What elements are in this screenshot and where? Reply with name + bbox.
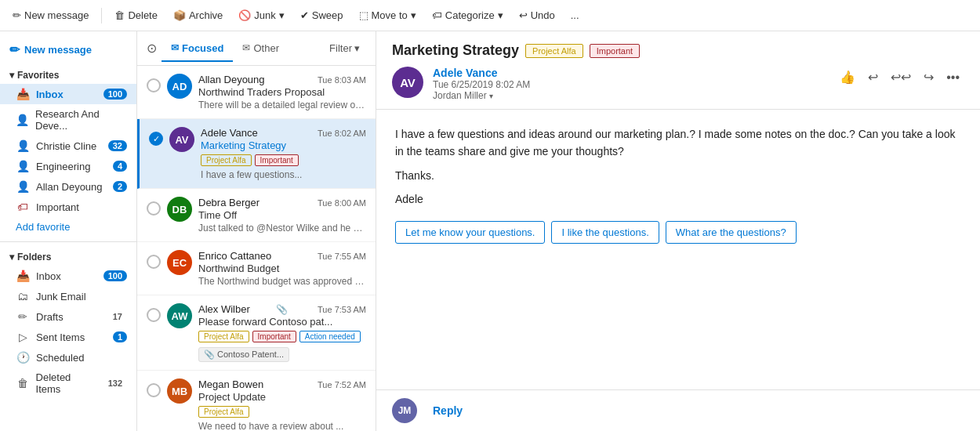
sidebar-item-inbox-folder[interactable]: 📥 Inbox 100 [0, 266, 136, 286]
reading-title-row: Marketing Strategy Project Alfa Importan… [392, 42, 964, 59]
attachment-button[interactable]: 📎 Contoso Patent... [198, 347, 289, 362]
email-tag: Project Alfa [198, 406, 249, 418]
sidebar-item-allan[interactable]: 👤 Allan Deyoung 2 [0, 176, 136, 197]
email-sender: Allan Deyoung [198, 74, 265, 85]
new-message-sidebar-button[interactable]: ✏ New message [0, 38, 136, 62]
reply-bar-button[interactable]: Reply [426, 401, 469, 420]
sidebar: ✏ New message ▾ Favorites 📥 Inbox 100 👤 … [0, 31, 137, 431]
sidebar-item-deleted[interactable]: 🗑 Deleted Items 132 [0, 368, 136, 399]
person-icon: 👤 [16, 139, 30, 152]
email-avatar: EC [167, 250, 192, 275]
email-time: Tue 8:00 AM [318, 198, 366, 208]
tab-focused[interactable]: ✉ Focused [162, 36, 233, 62]
reading-meta-row: AV Adele Vance Tue 6/25/2019 8:02 AM Jor… [392, 67, 964, 101]
email-checkbox[interactable] [147, 78, 161, 92]
sidebar-item-engineering[interactable]: 👤 Engineering 4 [0, 156, 136, 176]
email-time: Tue 7:55 AM [318, 252, 366, 261]
email-avatar: AD [167, 74, 192, 99]
sidebar-item-research[interactable]: 👤 Research And Deve... [0, 104, 136, 136]
sidebar-item-christie[interactable]: 👤 Christie Cline 32 [0, 136, 136, 156]
attachment-icon: 📎 [276, 304, 288, 315]
add-favorite-link[interactable]: Add favorite [0, 217, 136, 237]
email-item[interactable]: EC Enrico Cattaneo Tue 7:55 AM Northwind… [137, 242, 376, 295]
thumbs-up-button[interactable]: 👍 [835, 67, 860, 88]
reply-all-button[interactable]: ↩↩ [886, 67, 916, 88]
people-icon: 👤 [16, 114, 29, 126]
email-time: Tue 8:03 AM [318, 75, 366, 85]
email-avatar: DB [167, 197, 192, 222]
email-subject: Time Off [198, 209, 366, 221]
sidebar-item-scheduled[interactable]: 🕐 Scheduled [0, 347, 136, 368]
junk-button[interactable]: 🚫 Junk ▾ [232, 6, 290, 24]
new-message-button[interactable]: ✏ New message [6, 6, 95, 24]
forward-button[interactable]: ↪ [919, 67, 938, 88]
folders-chevron-icon: ▾ [9, 252, 14, 263]
email-item[interactable]: DB Debra Berger Tue 8:00 AM Time Off Jus… [137, 189, 376, 242]
email-header-row: Alex Wilber 📎 Tue 7:53 AM [198, 303, 366, 315]
email-header-row: Enrico Cattaneo Tue 7:55 AM [198, 250, 366, 262]
email-preview: Just talked to @Nestor Wilke and he will… [198, 223, 366, 234]
email-checkbox[interactable] [147, 255, 161, 269]
sidebar-item-important[interactable]: 🏷 Important [0, 197, 136, 217]
more-email-actions-button[interactable]: ••• [942, 67, 964, 88]
reply-button[interactable]: ↩ [863, 67, 883, 88]
email-avatar: MB [167, 378, 192, 404]
email-checkbox[interactable] [147, 308, 161, 322]
email-checkbox[interactable]: ✓ [149, 132, 163, 146]
delete-button[interactable]: 🗑 Delete [108, 6, 164, 24]
email-item[interactable]: MB Megan Bowen Tue 7:52 AM Project Updat… [137, 371, 376, 431]
junk-chevron-icon: ▾ [279, 9, 285, 21]
focused-tab-icon: ✉ [171, 42, 179, 53]
email-subject: Please forward Contoso pat... [198, 316, 366, 328]
email-subject: Marketing Strategy [201, 139, 366, 151]
tab-other[interactable]: ✉ Other [233, 36, 289, 62]
undo-icon: ↩ [519, 9, 528, 21]
reading-subject: Marketing Strategy [392, 42, 519, 59]
email-checkbox[interactable] [147, 201, 161, 216]
reading-sender-name[interactable]: Adele Vance [433, 67, 826, 79]
move-to-button[interactable]: ⬚ Move to ▾ [353, 6, 423, 24]
favorites-section-header[interactable]: ▾ Favorites [0, 65, 136, 84]
email-item-top: AD Allan Deyoung Tue 8:03 AM Northwind T… [147, 74, 366, 110]
email-item-top: ✓ AV Adele Vance Tue 8:02 AM Marketing S… [149, 127, 366, 180]
quick-reply-button[interactable]: Let me know your questions. [395, 221, 545, 244]
folders-section-header[interactable]: ▾ Folders [0, 247, 136, 266]
sidebar-item-inbox[interactable]: 📥 Inbox 100 [0, 84, 136, 104]
email-content: Megan Bowen Tue 7:52 AM Project Update P… [198, 378, 366, 431]
reading-tag-important: Important [590, 44, 640, 58]
filter-button[interactable]: Filter ▾ [323, 39, 366, 57]
email-header-row: Adele Vance Tue 8:02 AM [201, 127, 366, 139]
sidebar-item-drafts[interactable]: ✏ Drafts 17 [0, 306, 136, 327]
categorize-button[interactable]: 🏷 Categorize ▾ [426, 6, 510, 24]
move-icon: ⬚ [359, 9, 368, 21]
quick-reply-button[interactable]: What are the questions? [666, 221, 797, 244]
email-subject: Northwind Budget [198, 263, 366, 274]
undo-button[interactable]: ↩ Undo [513, 6, 561, 24]
sidebar-item-junk[interactable]: 🗂 Junk Email [0, 286, 136, 306]
email-tag: Important [252, 331, 296, 342]
body-line1: I have a few questions and ideas around … [395, 125, 961, 161]
sidebar-item-sent[interactable]: ▷ Sent Items 1 [0, 327, 136, 347]
junk-icon: 🚫 [238, 9, 251, 21]
email-item[interactable]: ✓ AV Adele Vance Tue 8:02 AM Marketing S… [137, 119, 376, 189]
email-tag: Action needed [299, 331, 361, 342]
email-header-row: Megan Bowen Tue 7:52 AM [198, 378, 366, 390]
reply-bar: JM Reply [376, 389, 980, 431]
important-icon: 🏷 [16, 201, 30, 213]
email-preview: The Northwind budget was approved at tod… [198, 276, 366, 287]
email-item[interactable]: AW Alex Wilber 📎 Tue 7:53 AM Please forw… [137, 295, 376, 371]
deleted-icon: 🗑 [16, 377, 30, 389]
email-time: Tue 7:52 AM [318, 380, 366, 389]
sweep-button[interactable]: ✔ Sweep [294, 6, 350, 24]
archive-button[interactable]: 📦 Archive [167, 6, 229, 24]
email-checkbox[interactable] [147, 383, 161, 397]
email-list: AD Allan Deyoung Tue 8:03 AM Northwind T… [137, 66, 376, 431]
quick-reply-button[interactable]: I like the questions. [551, 221, 659, 244]
body-line3: Adele [395, 190, 961, 208]
more-options-button[interactable]: ... [564, 6, 586, 24]
reading-header: Marketing Strategy Project Alfa Importan… [376, 31, 980, 110]
reading-timestamp: Tue 6/25/2019 8:02 AM [433, 79, 826, 90]
email-tags: Project Alfa [198, 406, 366, 418]
compose-sidebar-icon: ✏ [9, 42, 20, 57]
email-item[interactable]: AD Allan Deyoung Tue 8:03 AM Northwind T… [137, 66, 376, 119]
